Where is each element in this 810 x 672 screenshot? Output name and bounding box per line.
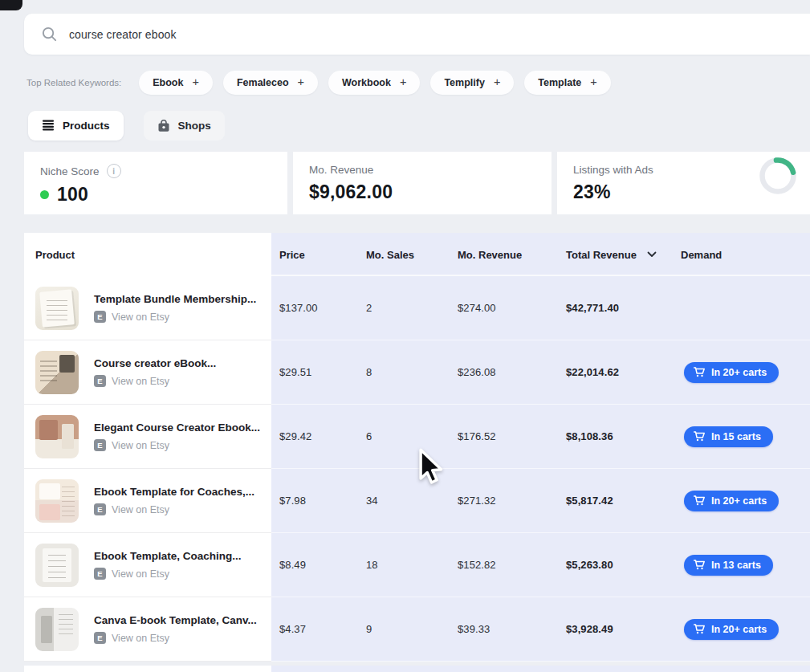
tab-shops-label: Shops [178,120,211,132]
mo-revenue-label: Mo. Revenue [309,164,373,176]
keyword-chip[interactable]: Femaleceo + [223,71,318,95]
listings-with-ads-card: Listings with Ads 23% [557,152,810,214]
product-thumbnail[interactable] [35,287,79,330]
header-price[interactable]: Price [271,233,358,276]
table-row[interactable]: Ebook Template for Coaches,... E View on… [24,469,810,533]
view-on-etsy-link[interactable]: E View on Etsy [94,568,242,580]
keyword-chip[interactable]: Ebook + [139,71,213,95]
view-on-etsy-label: View on Etsy [112,376,169,387]
price-cell: $8.49 [271,533,358,597]
price-cell: $7.98 [271,469,358,533]
niche-score-card: Niche Score i 100 [24,152,287,214]
product-title[interactable]: Ebook Template for Coaches,... [94,486,254,498]
view-on-etsy-link[interactable]: E View on Etsy [94,375,216,387]
products-table: Product Price Mo. Sales Mo. Revenue Tota… [24,233,810,672]
mo-revenue-cell: $39.33 [450,597,558,662]
view-on-etsy-link[interactable]: E View on Etsy [94,439,260,451]
keyword-chip-label: Ebook [153,77,183,88]
demand-cell [673,276,810,340]
etsy-icon: E [94,311,106,323]
demand-badge-label: In 13 carts [711,560,761,571]
mo-revenue-cell: $176.52 [450,405,558,469]
etsy-icon: E [94,375,106,387]
niche-score-value: 100 [57,184,88,206]
add-keyword-icon[interactable]: + [298,76,304,88]
table-row[interactable]: Ebook Template, Coaching... E View on Et… [24,533,810,597]
product-title[interactable]: Elegant Course Creator Ebook... [94,422,260,434]
mo-sales-cell: 34 [358,469,450,533]
tab-shops[interactable]: Shops [144,111,225,141]
product-title[interactable]: Course creator eBook... [94,357,216,369]
info-icon[interactable]: i [107,164,121,178]
price-cell: $4.37 [271,597,358,662]
demand-badge[interactable]: In 20+ carts [684,491,779,511]
product-title[interactable]: Template Bundle Membership... [94,293,256,305]
keyword-chip[interactable]: Workbook + [328,71,420,95]
add-keyword-icon[interactable]: + [400,76,406,88]
add-keyword-icon[interactable]: + [494,76,500,88]
view-on-etsy-link[interactable]: E View on Etsy [94,311,256,323]
keyword-chip[interactable]: Template + [524,71,610,95]
total-revenue-cell: $22,014.62 [558,340,673,405]
table-header: Product Price Mo. Sales Mo. Revenue Tota… [24,233,810,276]
view-on-etsy-link[interactable]: E View on Etsy [94,632,257,644]
search-bar[interactable]: course creator ebook [24,14,810,55]
search-input[interactable]: course creator ebook [69,28,177,41]
etsy-icon: E [94,568,106,580]
mo-revenue-card: Mo. Revenue $9,062.00 [293,152,552,214]
header-product[interactable]: Product [24,233,271,276]
product-thumbnail[interactable] [35,351,79,394]
ads-donut-chart [759,157,796,194]
keyword-chip-label: Templify [444,77,484,88]
mo-revenue-cell: $236.08 [450,340,558,405]
demand-badge[interactable]: In 15 carts [684,426,773,447]
etsy-icon: E [94,632,106,644]
header-demand[interactable]: Demand [673,233,810,276]
tab-products[interactable]: Products [28,111,124,141]
etsy-icon: E [94,439,106,451]
search-icon [41,26,58,43]
cart-icon [694,367,705,377]
demand-badge-label: In 15 carts [711,431,761,442]
demand-cell: In 13 carts [673,533,810,597]
product-thumbnail[interactable] [35,415,79,458]
demand-badge[interactable]: In 20+ carts [684,362,779,383]
product-cell: Template Bundle Membership... E View on … [24,276,271,340]
demand-badge[interactable]: In 20+ carts [684,619,779,640]
keyword-chip[interactable]: Templify + [430,71,514,95]
view-tabs: Products Shops [28,111,225,141]
mo-revenue-cell: $152.82 [450,533,558,597]
table-row[interactable]: Course creator eBook... E View on Etsy $… [24,340,810,405]
header-mo-revenue[interactable]: Mo. Revenue [450,233,558,276]
total-revenue-cell: $3,928.49 [558,597,673,662]
header-total-revenue[interactable]: Total Revenue [558,233,673,276]
demand-badge[interactable]: In 13 carts [684,555,773,576]
mo-sales-cell: 9 [358,597,450,662]
window-corner-fragment [0,0,22,10]
table-row[interactable]: Canva E-book Template, Canv... E View on… [24,597,810,662]
view-on-etsy-link[interactable]: E View on Etsy [94,503,254,515]
table-row[interactable]: Template Bundle Membership... E View on … [24,276,810,340]
product-thumbnail[interactable] [35,544,79,587]
listings-with-ads-value: 23% [573,181,611,203]
sort-desc-icon[interactable] [647,251,657,258]
product-title[interactable]: Ebook Template, Coaching... [94,550,242,562]
product-thumbnail[interactable] [35,608,79,651]
product-thumbnail[interactable] [35,479,79,523]
table-row-partial [24,666,810,672]
cart-icon [694,624,705,634]
table-row[interactable]: Elegant Course Creator Ebook... E View o… [24,405,810,469]
listings-with-ads-label: Listings with Ads [573,164,653,176]
price-cell: $29.51 [271,340,358,405]
product-cell: Ebook Template for Coaches,... E View on… [24,469,271,533]
niche-score-label: Niche Score [40,165,100,177]
header-mo-sales[interactable]: Mo. Sales [358,233,450,276]
related-keywords-label: Top Related Keywords: [26,78,121,88]
view-on-etsy-label: View on Etsy [112,312,169,323]
related-keywords-row: Top Related Keywords: Ebook + Femaleceo … [26,70,810,95]
shopping-bag-icon [157,119,170,132]
add-keyword-icon[interactable]: + [192,76,198,88]
keyword-chip-label: Femaleceo [237,77,289,88]
product-title[interactable]: Canva E-book Template, Canv... [94,614,257,626]
add-keyword-icon[interactable]: + [590,76,596,88]
